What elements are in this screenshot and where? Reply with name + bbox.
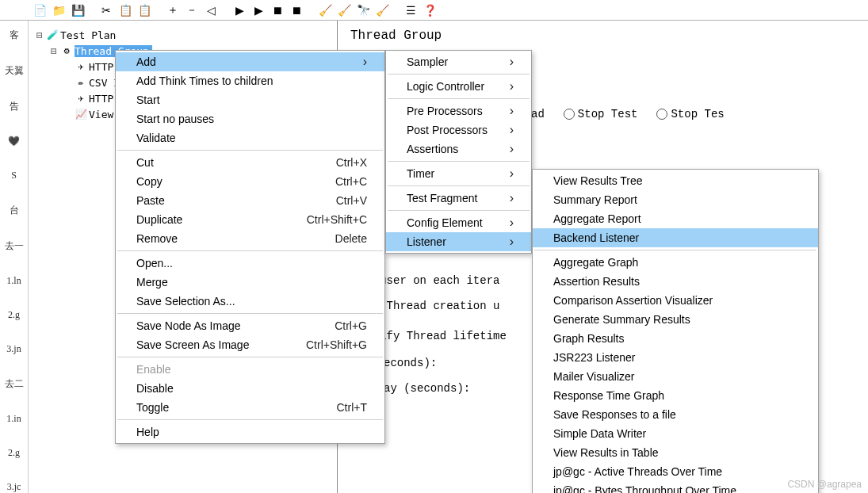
menu-item[interactable]: Save Node As ImageCtrl+G bbox=[116, 316, 384, 335]
toolbar-icon[interactable]: ＋ bbox=[165, 2, 181, 18]
menu-item[interactable]: Save Responses to a file bbox=[533, 405, 818, 424]
toolbar-icon[interactable]: ▶ bbox=[250, 2, 266, 18]
menu-item[interactable]: Post Processors bbox=[386, 120, 531, 139]
menu-item[interactable]: Assertions bbox=[386, 139, 531, 159]
add-submenu[interactable]: SamplerLogic ControllerPre ProcessorsPos… bbox=[385, 50, 532, 254]
left-strip-item[interactable]: 3.jc bbox=[7, 481, 21, 493]
collapse-icon[interactable]: ⊟ bbox=[49, 45, 59, 57]
menu-item[interactable]: Start bbox=[116, 90, 384, 109]
menu-item-label: Response Time Graph bbox=[553, 389, 664, 402]
menu-item-label: Disable bbox=[136, 382, 174, 395]
node-icon: ✈ bbox=[75, 92, 87, 105]
menu-item[interactable]: ToggleCtrl+T bbox=[116, 398, 384, 417]
left-strip-item[interactable]: 客 bbox=[10, 29, 19, 42]
menu-item[interactable]: Add bbox=[116, 52, 384, 71]
menu-item[interactable]: Merge bbox=[116, 273, 384, 292]
left-strip-item[interactable]: 🖤 bbox=[8, 136, 20, 147]
menu-item[interactable]: Add Think Times to children bbox=[116, 71, 384, 90]
menu-item-label: Cut bbox=[136, 156, 154, 169]
toolbar-icon[interactable]: － bbox=[184, 2, 200, 18]
toolbar-icon[interactable]: 🧹 bbox=[336, 2, 352, 18]
node-icon: ✏ bbox=[75, 76, 87, 89]
toolbar-icon[interactable]: 💾 bbox=[70, 2, 86, 18]
menu-item[interactable]: jp@gc - Bytes Throughput Over Time bbox=[533, 481, 818, 493]
toolbar-icon[interactable]: ☰ bbox=[403, 2, 419, 18]
menu-item[interactable]: jp@gc - Active Threads Over Time bbox=[533, 462, 818, 481]
toolbar-icon[interactable]: ◁ bbox=[203, 2, 219, 18]
left-strip-item[interactable]: 2.g bbox=[8, 309, 20, 321]
menu-item[interactable]: Sampler bbox=[386, 52, 531, 71]
menu-item[interactable]: Help bbox=[116, 422, 384, 441]
menu-item[interactable]: Response Time Graph bbox=[533, 386, 818, 405]
left-strip-item[interactable]: 去二 bbox=[5, 377, 24, 391]
menu-item[interactable]: Mailer Visualizer bbox=[533, 367, 818, 386]
menu-item[interactable]: Config Element bbox=[386, 213, 531, 232]
menu-item-label: Backend Listener bbox=[553, 231, 639, 244]
context-menu[interactable]: AddAdd Think Times to childrenStartStart… bbox=[115, 50, 385, 444]
menu-item-label: Paste bbox=[136, 194, 165, 207]
menu-item-label: Merge bbox=[136, 276, 168, 289]
menu-item[interactable]: Aggregate Report bbox=[533, 209, 818, 228]
toolbar-icon[interactable]: ⏹ bbox=[289, 2, 304, 18]
menu-item[interactable]: Summary Report bbox=[533, 190, 818, 209]
toolbar-icon[interactable]: 📁 bbox=[51, 2, 67, 18]
left-strip-item[interactable]: 3.jn bbox=[6, 343, 21, 355]
menu-item[interactable]: Assertion Results bbox=[533, 272, 818, 291]
left-strip-item[interactable]: 去一 bbox=[5, 239, 24, 253]
menu-item[interactable]: Logic Controller bbox=[386, 77, 531, 96]
toolbar-icon[interactable]: ▶ bbox=[231, 2, 247, 18]
toolbar-icon[interactable]: 🧹 bbox=[317, 2, 333, 18]
menu-item[interactable]: View Results Tree bbox=[533, 171, 818, 190]
collapse-icon[interactable]: ⊟ bbox=[35, 29, 44, 41]
left-strip-item[interactable]: 天翼 bbox=[5, 64, 24, 78]
toolbar-icon[interactable]: ✂ bbox=[98, 2, 114, 18]
menu-item[interactable]: Save Selection As... bbox=[116, 292, 384, 311]
listener-submenu[interactable]: View Results TreeSummary ReportAggregate… bbox=[532, 169, 819, 493]
menu-item[interactable]: CopyCtrl+C bbox=[116, 172, 384, 191]
menu-item[interactable]: RemoveDelete bbox=[116, 229, 384, 248]
menu-item-label: View Results Tree bbox=[553, 174, 643, 187]
left-strip-item[interactable]: 2.g bbox=[8, 447, 20, 459]
left-strip-item[interactable]: 台 bbox=[10, 204, 19, 217]
menu-shortcut: Ctrl+G bbox=[311, 319, 367, 332]
menu-item-label: Duplicate bbox=[136, 213, 182, 226]
menu-item[interactable]: Timer bbox=[386, 164, 531, 183]
left-strip-item[interactable]: 1.in bbox=[6, 413, 21, 425]
menu-item[interactable]: CutCtrl+X bbox=[116, 153, 384, 172]
menu-item-label: JSR223 Listener bbox=[553, 351, 636, 364]
menu-item[interactable]: Pre Processors bbox=[386, 101, 531, 120]
menu-item-label: Logic Controller bbox=[407, 80, 484, 93]
toolbar-icon[interactable]: 🔭 bbox=[355, 2, 371, 18]
menu-item[interactable]: Comparison Assertion Visualizer bbox=[533, 291, 818, 310]
toolbar-icon[interactable]: ⏹ bbox=[270, 2, 285, 18]
menu-item[interactable]: Simple Data Writer bbox=[533, 424, 818, 443]
left-strip-item[interactable]: 1.ln bbox=[6, 275, 21, 287]
menu-item[interactable]: DuplicateCtrl+Shift+C bbox=[116, 210, 384, 229]
menu-item[interactable]: Graph Results bbox=[533, 329, 818, 348]
menu-item[interactable]: Start no pauses bbox=[116, 109, 384, 128]
menu-item[interactable]: Disable bbox=[116, 379, 384, 398]
menu-item[interactable]: Generate Summary Results bbox=[533, 310, 818, 329]
radio-option[interactable]: Stop Tes bbox=[656, 108, 724, 120]
toolbar-icon[interactable]: 🧹 bbox=[374, 2, 390, 18]
menu-item[interactable]: PasteCtrl+V bbox=[116, 191, 384, 210]
menu-item[interactable]: Backend Listener bbox=[533, 228, 818, 247]
tree-node-test-plan[interactable]: ⊟ 🧪 Test Plan bbox=[35, 27, 337, 43]
toolbar-icon[interactable]: 📋 bbox=[136, 2, 152, 18]
menu-item[interactable]: View Results in Table bbox=[533, 443, 818, 462]
menu-item[interactable]: Test Fragment bbox=[386, 189, 531, 208]
menu-item[interactable]: Validate bbox=[116, 128, 384, 147]
toolbar-icon[interactable]: 📋 bbox=[117, 2, 133, 18]
left-strip-item[interactable]: S bbox=[11, 170, 17, 182]
menu-item[interactable]: Aggregate Graph bbox=[533, 253, 818, 272]
toolbar-icon[interactable]: 📄 bbox=[32, 2, 48, 18]
menu-item[interactable]: Listener bbox=[386, 232, 531, 251]
toolbar-icon[interactable]: ❓ bbox=[422, 2, 438, 18]
left-strip-item[interactable]: 告 bbox=[10, 100, 19, 113]
menu-item[interactable]: Save Screen As ImageCtrl+Shift+G bbox=[116, 335, 384, 354]
radio-option[interactable]: Stop Test bbox=[564, 108, 638, 120]
menu-item[interactable]: JSR223 Listener bbox=[533, 348, 818, 367]
menu-item-label: Listener bbox=[407, 235, 446, 248]
radio-label: Stop Tes bbox=[671, 108, 724, 120]
menu-item[interactable]: Open... bbox=[116, 254, 384, 273]
